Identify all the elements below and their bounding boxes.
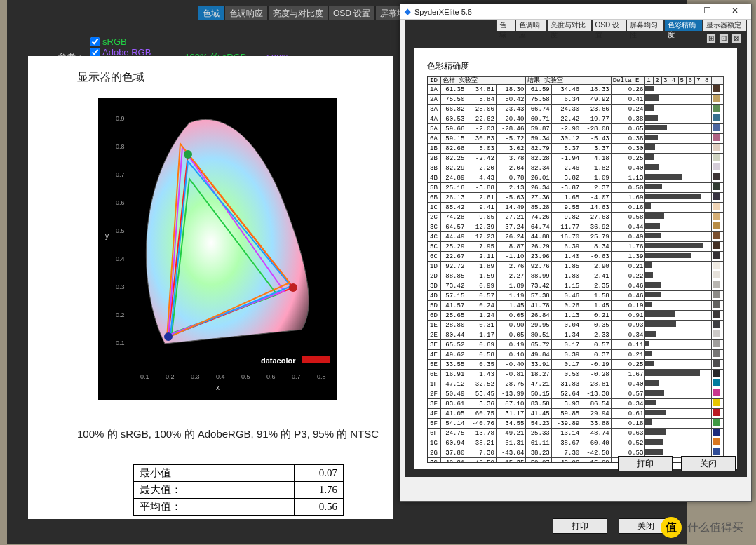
title-bar: ◆ SpyderXElite 5.6 — ☐ ✕ (400, 4, 751, 20)
report-title: 显示器的色域 (77, 70, 393, 85)
rtab-OSD 设置[interactable]: OSD 设置 (592, 20, 626, 31)
table-row: 2C74.289.0527.2174.269.8227.630.58 (428, 213, 724, 222)
watermark-text: 什么值得买 (687, 520, 743, 535)
tab-OSD 设置[interactable]: OSD 设置 (328, 6, 375, 20)
table-row: 2D88.851.592.2788.991.802.410.22 (428, 271, 724, 281)
svg-text:0.8: 0.8 (116, 143, 125, 150)
svg-text:0.3: 0.3 (116, 283, 125, 290)
cie-chart: 0.10.2 0.30.4 0.50.6 0.70.8 0.9 0.10.2 0… (98, 98, 337, 400)
table-row: 2F50.4953.45-13.9950.1552.64-13.300.57 (428, 389, 724, 399)
svg-point-8 (289, 283, 297, 292)
svg-text:0.5: 0.5 (116, 227, 125, 234)
table-row: 6A59.1530.83-5.7259.3430.12-5.430.38 (428, 134, 724, 144)
accuracy-table: ID色样 实验室结果 实验室Delta E123456781A61.3534.8… (427, 76, 724, 463)
gamut-caption: 100% 的 sRGB, 100% 的 AdobeRGB, 91% 的 P3, … (77, 428, 379, 441)
svg-text:0.6: 0.6 (266, 373, 276, 380)
page-title: 色彩精确度 (427, 60, 469, 72)
rtab-亮度与对比度[interactable]: 亮度与对比度 (547, 20, 591, 31)
table-row: 4D57.150.571.1957.380.461.580.46 (428, 291, 724, 301)
table-row: 3D73.420.991.8973.421.152.350.46 (428, 281, 724, 291)
watermark: 值 什么值得买 (661, 517, 743, 538)
svg-text:0.8: 0.8 (317, 373, 326, 380)
rtab-显示器额定值[interactable]: 显示器额定值 (703, 20, 747, 31)
left-tab-bar: 色域色调响应亮度与对比度OSD 设置屏幕均 (198, 6, 410, 20)
window-minimize-button[interactable]: — (667, 6, 691, 18)
brand-label: datacolor (261, 356, 296, 365)
table-row: 6C22.672.11-1.1023.961.40-0.631.39 (428, 252, 724, 262)
tab-亮度与对比度[interactable]: 亮度与对比度 (268, 6, 328, 20)
table-row: 1F47.12-32.52-28.7547.21-31.83-28.810.40 (428, 379, 724, 389)
svg-text:0.2: 0.2 (166, 373, 175, 380)
ref-sRGB[interactable]: sRGB (90, 36, 151, 47)
window-close-button[interactable]: ✕ (723, 6, 747, 18)
table-row: 4E49.620.580.1049.840.390.370.21 (428, 350, 724, 360)
svg-text:0.5: 0.5 (241, 373, 250, 380)
table-row: 1E28.800.31-0.9029.950.04-0.350.93 (428, 321, 724, 330)
svg-text:0.9: 0.9 (116, 115, 125, 122)
rtab-色彩精确度[interactable]: 色彩精确度 (664, 20, 702, 31)
svg-text:x: x (216, 384, 220, 391)
table-row: 6D25.651.240.0526.841.130.210.91 (428, 311, 724, 321)
app-title: SpyderXElite 5.6 (414, 8, 663, 16)
svg-text:0.7: 0.7 (116, 171, 125, 178)
close-button-right[interactable]: 关闭 (681, 456, 736, 471)
table-row: 4F41.0560.7531.1741.4559.8529.940.61 (428, 409, 724, 419)
window-maximize-button[interactable]: ☐ (695, 6, 719, 18)
ref-check-sRGB[interactable] (90, 37, 100, 46)
tool-icon-2[interactable]: ⊡ (719, 34, 729, 43)
table-row: 3F83.613.3687.1083.583.9386.540.34 (428, 399, 724, 409)
gamut-report: 显示器的色域 (28, 56, 393, 519)
svg-text:0.3: 0.3 (191, 373, 200, 380)
table-row: 5F54.14-40.7634.5554.23-39.8933.880.18 (428, 419, 724, 429)
table-row: 5B25.16-3.882.1326.34-3.872.370.50 (428, 183, 724, 193)
print-button-right[interactable]: 打印 (618, 456, 673, 471)
table-row: 3C64.5712.3937.2464.7411.7736.920.44 (428, 222, 724, 232)
right-tab-bar: 色域色调响应亮度与对比度OSD 设置屏幕均匀性色彩精确度显示器额定值 (496, 20, 747, 31)
tab-色调响应[interactable]: 色调响应 (224, 6, 268, 20)
watermark-badge-icon: 值 (661, 517, 682, 538)
table-row: 1D92.721.892.7692.761.852.900.21 (428, 262, 724, 271)
svg-text:y: y (105, 232, 109, 240)
table-row: 1A61.3534.8118.3061.5934.4618.330.26 (428, 85, 724, 95)
svg-point-7 (184, 150, 192, 159)
table-row: 2A75.505.8450.4275.586.3449.920.41 (428, 95, 724, 105)
table-row: 2E80.441.170.0580.511.342.330.34 (428, 330, 724, 340)
tool-icon-1[interactable]: ⊞ (706, 34, 716, 43)
table-row: 4B24.894.430.7826.013.821.091.13 (428, 173, 724, 183)
mini-stats-table: 最小值0.07最大值：1.76平均值：0.56 (133, 464, 344, 516)
table-row: 6B26.132.61-5.0327.361.65-4.071.69 (428, 193, 724, 203)
tool-icon-3[interactable]: ⊠ (731, 34, 741, 43)
table-row: 5C25.297.958.8726.296.398.341.76 (428, 242, 724, 252)
app-logo-icon: ◆ (405, 7, 410, 16)
print-button[interactable]: 打印 (553, 518, 607, 534)
svg-text:0.1: 0.1 (140, 373, 149, 380)
svg-text:0.6: 0.6 (116, 199, 125, 206)
table-row: 1G60.9438.2161.3161.1138.6760.400.52 (428, 438, 724, 448)
right-app-window: ◆ SpyderXElite 5.6 — ☐ ✕ 色域色调响应亮度与对比度OSD… (400, 4, 752, 502)
svg-text:0.7: 0.7 (292, 373, 301, 380)
table-row: 6E16.911.43-0.8118.270.50-0.281.67 (428, 370, 724, 379)
toolbar-icons: ⊞ ⊡ ⊠ (706, 34, 741, 43)
svg-text:0.1: 0.1 (116, 339, 125, 346)
table-row: 3E65.520.690.1965.720.170.570.11 (428, 340, 724, 350)
svg-text:0.4: 0.4 (116, 255, 125, 262)
svg-rect-28 (302, 356, 330, 363)
table-row: 1B82.685.033.0282.795.373.370.30 (428, 144, 724, 154)
tab-色域[interactable]: 色域 (198, 6, 224, 20)
svg-point-6 (164, 332, 173, 341)
table-row: 6F24.7513.78-49.2125.3313.14-48.740.63 (428, 429, 724, 438)
table-row: 5A59.66-2.03-28.4659.87-2.90-28.080.65 (428, 124, 724, 134)
svg-text:0.4: 0.4 (216, 373, 225, 380)
table-row: 4A60.53-22.62-20.4060.71-22.42-19.770.38 (428, 114, 724, 124)
table-row: 4C44.4917.2326.2444.8816.7025.790.49 (428, 232, 724, 242)
rtab-色域[interactable]: 色域 (496, 20, 515, 31)
rtab-屏幕均匀性[interactable]: 屏幕均匀性 (626, 20, 664, 31)
rtab-色调响应[interactable]: 色调响应 (515, 20, 548, 31)
table-row: 1C85.429.4114.4985.289.5514.630.16 (428, 203, 724, 213)
table-row: 3B82.292.20-2.0482.342.46-1.820.40 (428, 163, 724, 173)
table-row: 3A66.82-25.0623.4366.74-24.3023.660.24 (428, 105, 724, 114)
table-row: 5E33.550.35-0.4033.910.17-0.190.25 (428, 360, 724, 370)
svg-text:0.2: 0.2 (116, 311, 125, 318)
table-row: 2B82.25-2.423.7882.28-1.944.180.25 (428, 154, 724, 163)
table-row: 5D41.570.241.4541.780.261.450.19 (428, 301, 724, 311)
